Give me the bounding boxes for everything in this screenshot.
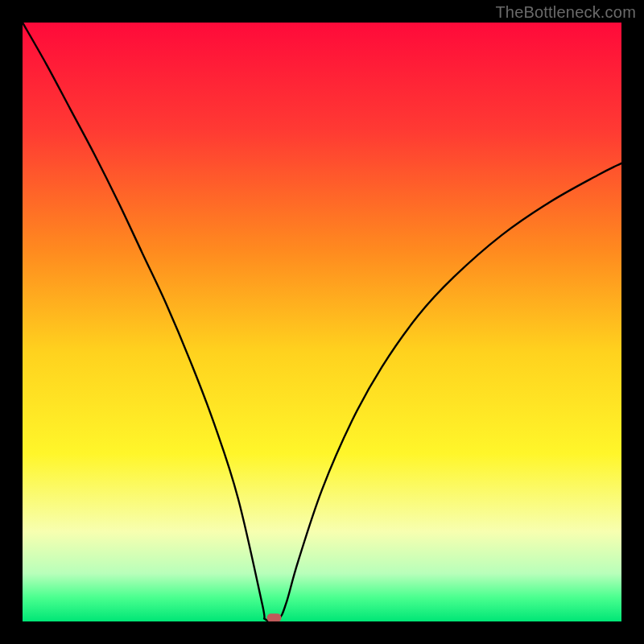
watermark-text: TheBottleneck.com: [495, 3, 636, 22]
optimal-point-marker: [267, 613, 282, 621]
plot-background: [23, 23, 621, 621]
chart-container: TheBottleneck.com: [0, 0, 644, 644]
plot-area: [23, 23, 621, 621]
